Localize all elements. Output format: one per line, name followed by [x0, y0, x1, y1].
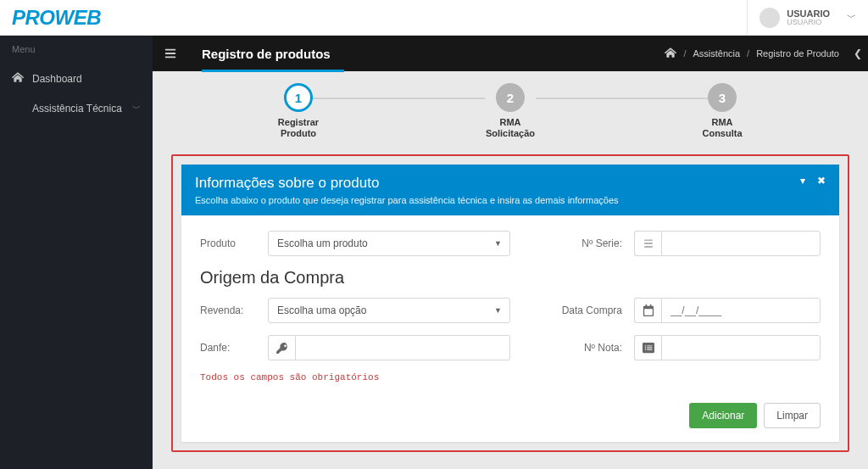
calendar-icon [634, 298, 661, 323]
avatar [760, 8, 780, 28]
step-circle: 3 [708, 83, 737, 112]
step-2[interactable]: 2 RMA Solicitação [459, 83, 561, 139]
chevron-down-icon: ﹀ [132, 103, 141, 114]
panel-title: Informações sobre o produto [195, 175, 619, 192]
step-1[interactable]: 1 Registrar Produto [248, 83, 349, 139]
origem-title: Origem da Compra [200, 268, 821, 288]
revenda-label: Revenda: [200, 304, 256, 316]
list-icon [634, 231, 661, 256]
user-subname: USUARIO [787, 19, 830, 27]
brand-logo: PROWEB [0, 6, 113, 30]
key-icon [268, 335, 295, 360]
user-name: USUARIO [787, 8, 830, 19]
sidebar-item-label: Dashboard [32, 73, 82, 85]
datacompra-input[interactable] [661, 298, 821, 323]
step-3[interactable]: 3 RMA Consulta [671, 83, 773, 139]
produto-label: Produto [200, 237, 256, 249]
home-icon[interactable] [665, 47, 676, 60]
step-circle: 1 [284, 83, 313, 112]
breadcrumb-sep: / [683, 48, 686, 59]
user-menu[interactable]: USUARIO USUARIO ﹀ [747, 0, 868, 35]
home-icon [12, 71, 24, 86]
close-icon[interactable]: ✖ [817, 175, 826, 187]
clear-button[interactable]: Limpar [764, 403, 821, 428]
step-label-line2: Solicitação [486, 128, 535, 138]
stepper: 1 Registrar Produto 2 RMA Solicitação 3 [171, 80, 849, 154]
sidebar-item-label: Assistência Técnica [32, 103, 122, 114]
nserie-label: Nº Serie: [542, 237, 622, 249]
sidebar: Menu Dashboard Assistência Técnica ﹀ [0, 36, 153, 469]
required-msg: Todos os campos são obrigatórios [200, 372, 821, 382]
danfe-label: Danfe: [200, 342, 256, 354]
sidebar-item-assistencia[interactable]: Assistência Técnica ﹀ [0, 94, 153, 123]
titlebar: Registro de produtos / Assistência / Reg… [153, 36, 868, 71]
step-label-line2: Consulta [702, 128, 742, 138]
chevron-down-icon: ﹀ [837, 11, 856, 24]
revenda-select[interactable]: Escolha uma opção [268, 298, 510, 323]
nnota-label: Nº Nota: [542, 342, 622, 354]
danfe-input[interactable] [295, 335, 510, 360]
step-label-line1: Registrar [278, 117, 319, 127]
main: Registro de produtos / Assistência / Reg… [153, 36, 868, 469]
collapse-right-button[interactable]: ❮ [848, 36, 868, 71]
product-info-panel: Informações sobre o produto Escolha abai… [181, 165, 839, 442]
datacompra-label: Data Compra [542, 304, 622, 316]
breadcrumb-sep: / [747, 48, 749, 59]
nnota-input[interactable] [661, 335, 821, 360]
step-label-line1: RMA [499, 117, 520, 127]
step-circle: 2 [496, 83, 525, 112]
list-alt-icon [634, 335, 661, 360]
produto-select[interactable]: Escolha um produto [268, 231, 510, 256]
hamburger-button[interactable] [153, 36, 188, 71]
sidebar-item-dashboard[interactable]: Dashboard [0, 63, 153, 94]
breadcrumb-level2[interactable]: Registro de Produto [756, 48, 839, 59]
step-label-line2: Produto [281, 128, 316, 138]
panel-header: Informações sobre o produto Escolha abai… [181, 165, 839, 215]
breadcrumb-level1[interactable]: Assistência [693, 48, 740, 59]
page-title: Registro de produtos [188, 36, 344, 71]
nserie-input[interactable] [661, 231, 821, 256]
breadcrumb: / Assistência / Registro de Produto [665, 47, 848, 60]
topbar: PROWEB USUARIO USUARIO ﹀ [0, 0, 868, 36]
step-label-line1: RMA [711, 117, 732, 127]
caret-down-icon[interactable]: ▾ [800, 175, 805, 187]
sidebar-header: Menu [0, 36, 153, 63]
add-button[interactable]: Adicionar [689, 403, 757, 428]
panel-subtitle: Escolha abaixo o produto que deseja regi… [195, 195, 619, 205]
highlight-box: Informações sobre o produto Escolha abai… [171, 154, 849, 452]
